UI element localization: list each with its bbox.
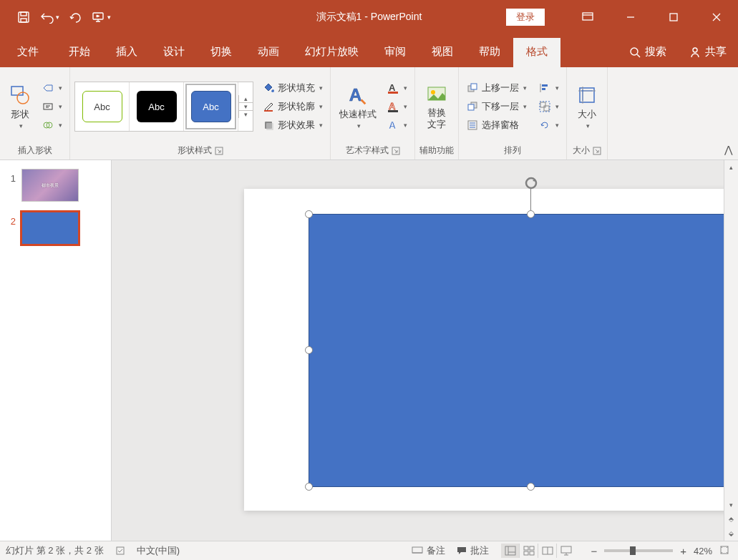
tab-file[interactable]: 文件 bbox=[0, 38, 56, 67]
slide-sorter-view-button[interactable] bbox=[520, 544, 538, 558]
group-size: 大小 ▾ 大小 bbox=[567, 67, 608, 159]
svg-rect-8 bbox=[11, 87, 23, 95]
language-button[interactable]: 中文(中国) bbox=[137, 544, 180, 557]
maximize-button[interactable] bbox=[652, 0, 695, 34]
search-button[interactable]: 搜索 bbox=[618, 38, 678, 67]
resize-handle-ml[interactable] bbox=[305, 346, 313, 354]
slide-thumbnail-2[interactable] bbox=[21, 212, 79, 245]
selection-pane-button[interactable]: 选择窗格 bbox=[463, 116, 530, 134]
svg-text:A: A bbox=[389, 101, 396, 112]
resize-handle-tm[interactable] bbox=[527, 210, 535, 218]
group-button[interactable]: ▾ bbox=[535, 97, 562, 116]
group-label-size: 大小 bbox=[573, 144, 590, 157]
spellcheck-button[interactable] bbox=[115, 546, 125, 556]
style-preset-1[interactable]: Abc bbox=[75, 82, 130, 131]
size-label: 大小 bbox=[578, 108, 596, 121]
tab-view[interactable]: 视图 bbox=[419, 38, 466, 67]
start-from-beginning-button[interactable]: ▾ bbox=[90, 6, 112, 28]
tab-design[interactable]: 设计 bbox=[150, 38, 198, 67]
share-button[interactable]: 共享 bbox=[678, 38, 738, 67]
svg-rect-34 bbox=[544, 106, 549, 111]
gallery-scroll-up[interactable]: ▴ bbox=[239, 95, 253, 103]
tab-transitions[interactable]: 切换 bbox=[198, 38, 245, 67]
resize-handle-tl[interactable] bbox=[305, 210, 313, 218]
bring-forward-label: 上移一层 bbox=[482, 82, 519, 94]
next-slide-button[interactable]: ⬙ bbox=[724, 526, 738, 541]
svg-point-25 bbox=[431, 90, 435, 94]
send-backward-button[interactable]: 下移一层▾ bbox=[463, 97, 530, 116]
slide-counter[interactable]: 幻灯片 第 2 张，共 2 张 bbox=[6, 544, 104, 557]
resize-handle-bl[interactable] bbox=[305, 483, 313, 491]
slide-canvas[interactable] bbox=[244, 189, 724, 511]
gallery-more[interactable]: ▾ bbox=[239, 111, 253, 118]
style-preset-2[interactable]: Abc bbox=[130, 82, 184, 131]
resize-handle-bm[interactable] bbox=[527, 483, 535, 491]
redo-button[interactable] bbox=[64, 6, 86, 28]
merge-shapes-button[interactable]: ▾ bbox=[39, 116, 65, 134]
gallery-scroll-down[interactable]: ▾ bbox=[239, 103, 253, 111]
normal-view-button[interactable] bbox=[501, 544, 520, 558]
collapse-ribbon-button[interactable]: ⋀ bbox=[724, 144, 732, 155]
tab-home[interactable]: 开始 bbox=[56, 38, 103, 67]
fit-to-window-button[interactable] bbox=[717, 545, 732, 557]
tab-insert[interactable]: 插入 bbox=[103, 38, 150, 67]
tab-format[interactable]: 格式 bbox=[513, 38, 560, 67]
svg-point-6 bbox=[631, 48, 638, 55]
svg-rect-43 bbox=[530, 546, 534, 550]
thumb-number-1: 1 bbox=[6, 169, 16, 184]
edit-shape-button[interactable]: ▾ bbox=[39, 79, 65, 97]
reading-view-button[interactable] bbox=[538, 544, 557, 558]
svg-rect-10 bbox=[44, 104, 52, 109]
zoom-percentage[interactable]: 42% bbox=[694, 546, 712, 556]
slide-thumbnail-1[interactable]: 都市夜景 bbox=[21, 169, 79, 202]
style-preset-3[interactable]: Abc bbox=[184, 82, 238, 131]
rotation-handle[interactable] bbox=[523, 175, 540, 192]
tab-slideshow[interactable]: 幻灯片放映 bbox=[292, 38, 372, 67]
group-shape-styles: Abc Abc Abc ▴ ▾ ▾ 形状填充▾ 形状轮廓▾ 形状效果▾ 形状样式 bbox=[70, 67, 331, 159]
comments-button[interactable]: 批注 bbox=[457, 544, 489, 557]
prev-slide-button[interactable]: ⬘ bbox=[724, 512, 738, 526]
notes-button[interactable]: 备注 bbox=[412, 544, 445, 557]
size-dialog-launcher[interactable] bbox=[593, 147, 601, 155]
login-button[interactable]: 登录 bbox=[506, 9, 545, 26]
save-button[interactable] bbox=[13, 6, 34, 28]
shape-style-gallery: Abc Abc Abc ▴ ▾ ▾ bbox=[74, 82, 253, 132]
alt-text-button[interactable]: 替换 文字 bbox=[421, 82, 452, 131]
scroll-down-button[interactable]: ▾ bbox=[724, 498, 738, 512]
shape-outline-button[interactable]: 形状轮廓▾ bbox=[259, 97, 326, 116]
shape-styles-dialog-launcher[interactable] bbox=[215, 147, 223, 155]
align-button[interactable]: ▾ bbox=[535, 79, 562, 97]
group-label-shape-styles: 形状样式 bbox=[178, 144, 212, 157]
undo-button[interactable]: ▾ bbox=[39, 6, 60, 28]
tab-animations[interactable]: 动画 bbox=[245, 38, 292, 67]
selected-rectangle-shape[interactable] bbox=[309, 214, 724, 487]
tab-review[interactable]: 审阅 bbox=[372, 38, 419, 67]
shape-effects-button[interactable]: 形状效果▾ bbox=[259, 116, 326, 134]
zoom-thumb[interactable] bbox=[630, 546, 636, 555]
minimize-button[interactable] bbox=[609, 0, 652, 34]
ribbon-display-options-button[interactable] bbox=[566, 0, 609, 34]
zoom-in-button[interactable]: + bbox=[677, 545, 689, 557]
group-insert-shapes: 形状 ▾ ▾ ▾ ▾ 插入形状 bbox=[0, 67, 70, 159]
shape-fill-button[interactable]: 形状填充▾ bbox=[259, 79, 326, 97]
text-effects-button[interactable]: A▾ bbox=[384, 116, 410, 134]
shapes-button[interactable]: 形状 ▾ bbox=[4, 82, 36, 131]
text-outline-button[interactable]: A▾ bbox=[384, 97, 410, 116]
scroll-up-button[interactable]: ▴ bbox=[724, 160, 738, 175]
text-box-button[interactable]: ▾ bbox=[39, 97, 65, 116]
wordart-dialog-launcher[interactable] bbox=[392, 147, 400, 155]
vertical-scrollbar[interactable]: ▴ ▾ ⬘ ⬙ bbox=[724, 160, 738, 541]
text-fill-button[interactable]: A▾ bbox=[384, 79, 410, 97]
bring-forward-button[interactable]: 上移一层▾ bbox=[463, 79, 530, 97]
zoom-slider[interactable] bbox=[604, 549, 673, 552]
tab-help[interactable]: 帮助 bbox=[466, 38, 513, 67]
rotate-button[interactable]: ▾ bbox=[535, 116, 562, 134]
zoom-out-button[interactable]: − bbox=[588, 545, 600, 557]
size-button[interactable]: 大小 ▾ bbox=[571, 82, 603, 131]
slideshow-view-button[interactable] bbox=[557, 544, 576, 558]
close-button[interactable] bbox=[695, 0, 738, 34]
scroll-track[interactable] bbox=[724, 175, 738, 498]
svg-rect-1 bbox=[21, 12, 26, 16]
quick-styles-button[interactable]: A 快速样式 ▾ bbox=[335, 82, 381, 131]
slide-canvas-area[interactable] bbox=[112, 160, 724, 541]
